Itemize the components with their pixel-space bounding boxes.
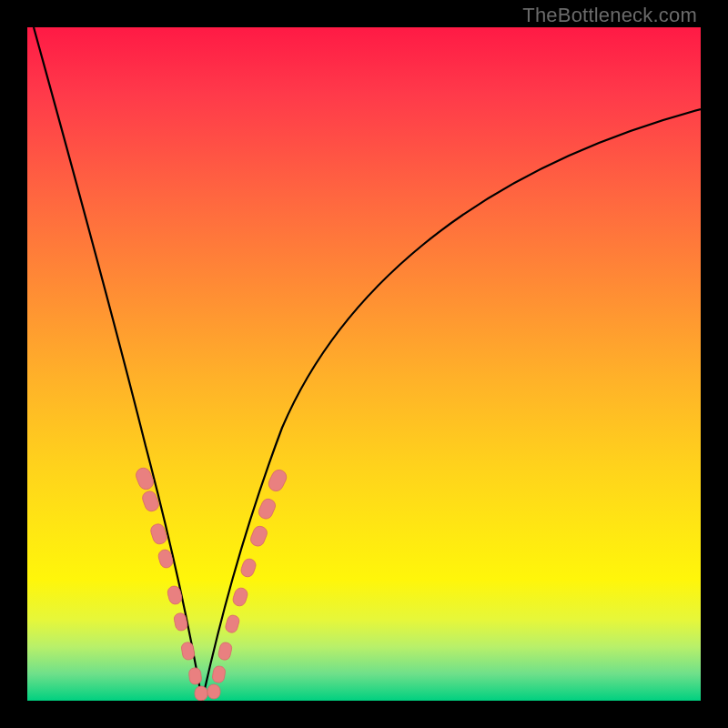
plot-area	[27, 27, 701, 701]
curve-right-branch	[202, 109, 701, 701]
svg-rect-17	[267, 468, 289, 494]
beads-trough	[195, 684, 220, 701]
beads-right	[212, 468, 289, 683]
curve-layer	[27, 27, 701, 701]
svg-rect-14	[239, 557, 258, 579]
svg-rect-11	[217, 642, 233, 661]
svg-rect-9	[207, 684, 220, 699]
svg-rect-6	[181, 642, 196, 661]
svg-rect-8	[195, 686, 207, 701]
svg-rect-7	[188, 667, 202, 684]
beads-left	[134, 466, 202, 685]
svg-rect-15	[248, 524, 268, 548]
svg-rect-16	[257, 497, 278, 521]
svg-rect-13	[231, 586, 248, 607]
svg-rect-12	[224, 614, 240, 634]
svg-rect-10	[212, 665, 227, 683]
watermark-text: TheBottleneck.com	[522, 4, 697, 27]
chart-frame: TheBottleneck.com	[0, 0, 728, 728]
